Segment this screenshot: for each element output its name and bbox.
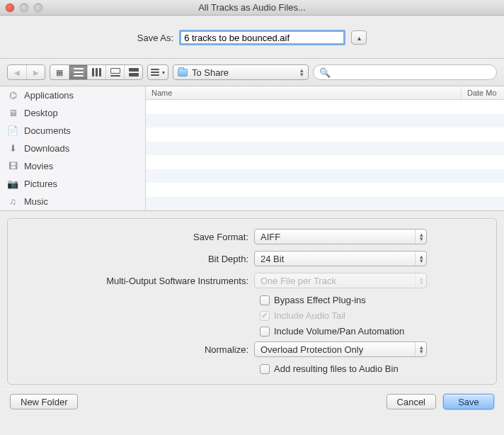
applications-icon: ⌬: [7, 91, 18, 101]
list-item: [146, 183, 504, 197]
icons-view-icon: [56, 68, 63, 77]
traffic-lights: [0, 4, 42, 12]
checkbox-bypass-fx[interactable]: Bypass Effect Plug-ins: [260, 295, 483, 305]
sidebar-item-documents[interactable]: 📄Documents: [0, 122, 145, 140]
location-label: To Share: [192, 67, 296, 78]
updown-icon: ▴▾: [415, 230, 423, 244]
save-as-label: Save As:: [137, 33, 173, 43]
search-icon: 🔍: [319, 67, 331, 78]
new-folder-button[interactable]: New Folder: [10, 394, 78, 409]
sidebar-item-desktop[interactable]: 🖥Desktop: [0, 104, 145, 122]
arrange-icon: [151, 69, 159, 76]
popup-multi-output-value: One File per Track: [260, 276, 415, 286]
nav-back-button[interactable]: [8, 65, 26, 79]
titlebar: All Tracks as Audio Files...: [0, 0, 504, 16]
row-bit-depth: Bit Depth: 24 Bit ▴▾: [21, 251, 483, 266]
save-as-row: Save As: ▴: [0, 16, 504, 59]
zoom-window-button: [34, 4, 42, 12]
location-popup[interactable]: To Share ▴▾: [173, 64, 309, 80]
list-item: [146, 128, 504, 142]
list-item: [146, 169, 504, 183]
popup-normalize[interactable]: Overload Protection Only ▴▾: [254, 341, 427, 357]
checkbox-label: Bypass Effect Plug-ins: [274, 295, 366, 305]
view-segmented: [50, 64, 143, 80]
list-item: [146, 142, 504, 156]
popup-save-format-value: AIFF: [260, 232, 415, 242]
search-field[interactable]: 🔍: [313, 64, 497, 80]
checkbox-include-volume-pan[interactable]: Include Volume/Pan Automation: [260, 326, 483, 337]
column-date-modified[interactable]: Date Mo: [462, 86, 504, 99]
popup-bit-depth[interactable]: 24 Bit ▴▾: [254, 251, 427, 266]
sidebar-item-downloads[interactable]: ⬇Downloads: [0, 140, 145, 157]
list-item: [146, 197, 504, 211]
minimize-window-button: [20, 4, 28, 12]
arrow-right-icon: [33, 68, 39, 77]
label-save-format: Save Format:: [21, 232, 254, 242]
arrow-left-icon: [14, 68, 20, 77]
search-input[interactable]: [334, 67, 491, 77]
sidebar: ⌬Applications🖥Desktop📄Documents⬇Download…: [0, 86, 146, 210]
options-panel: Save Format: AIFF ▴▾ Bit Depth: 24 Bit ▴…: [7, 218, 497, 385]
file-list: Name Date Mo: [146, 86, 504, 210]
popup-bit-depth-value: 24 Bit: [260, 254, 415, 264]
sidebar-item-pictures[interactable]: 📷Pictures: [0, 175, 145, 193]
sidebar-item-applications[interactable]: ⌬Applications: [0, 86, 145, 104]
checkbox-label: Include Audio Tail: [274, 310, 345, 321]
sidebar-item-label: Desktop: [24, 108, 58, 118]
documents-icon: 📄: [7, 126, 18, 136]
popup-save-format[interactable]: AIFF ▴▾: [254, 229, 427, 244]
sidebar-item-label: Downloads: [24, 143, 69, 154]
close-window-button[interactable]: [6, 4, 14, 12]
view-columns-button[interactable]: [87, 65, 105, 79]
disclosure-toggle-button[interactable]: ▴: [351, 30, 367, 45]
checkbox-box: [260, 327, 270, 337]
row-multi-output: Multi-Output Software Instruments: One F…: [21, 273, 483, 288]
folder-icon: [178, 69, 188, 77]
bottom-bar: New Folder Cancel Save: [0, 389, 504, 419]
sidebar-item-label: Documents: [24, 125, 71, 136]
nav-forward-button[interactable]: [26, 65, 45, 79]
columns-view-icon: [92, 68, 102, 77]
label-normalize: Normalize:: [21, 344, 254, 355]
checkbox-box: [260, 295, 270, 305]
chevron-down-icon: ▾: [162, 69, 165, 76]
updown-icon: ▴▾: [300, 68, 304, 77]
arrange-menu-button[interactable]: ▾: [147, 64, 168, 80]
updown-icon: ▴▾: [415, 273, 423, 288]
save-button[interactable]: Save: [443, 394, 494, 409]
file-list-header: Name Date Mo: [146, 86, 504, 100]
save-as-input[interactable]: [179, 30, 345, 45]
checkbox-label: Add resulting files to Audio Bin: [274, 363, 399, 374]
sidebar-item-label: Music: [24, 196, 48, 207]
updown-icon: ▴▾: [415, 252, 423, 266]
checkbox-add-to-bin[interactable]: Add resulting files to Audio Bin: [260, 363, 483, 374]
sidebar-item-music[interactable]: ♫Music: [0, 193, 145, 210]
file-browser: ⌬Applications🖥Desktop📄Documents⬇Download…: [0, 86, 504, 211]
label-bit-depth: Bit Depth:: [21, 254, 254, 264]
view-list-button[interactable]: [69, 65, 87, 79]
list-item: [146, 114, 504, 128]
sidebar-item-movies[interactable]: 🎞Movies: [0, 157, 145, 175]
cancel-button[interactable]: Cancel: [386, 394, 436, 409]
column-name[interactable]: Name: [146, 86, 462, 99]
checkbox-include-tail: Include Audio Tail: [260, 310, 483, 321]
popup-normalize-value: Overload Protection Only: [260, 344, 415, 355]
file-rows[interactable]: [146, 100, 504, 210]
sidebar-item-label: Movies: [24, 161, 53, 171]
list-item: [146, 100, 504, 114]
view-gallery-button[interactable]: [105, 65, 124, 79]
view-icons-button[interactable]: [50, 65, 69, 79]
desktop-icon: 🖥: [7, 108, 18, 118]
row-normalize: Normalize: Overload Protection Only ▴▾: [21, 341, 483, 357]
list-item: [146, 155, 504, 169]
downloads-icon: ⬇: [7, 144, 18, 154]
coverflow-view-icon: [129, 68, 139, 77]
pictures-icon: 📷: [7, 179, 18, 189]
nav-segmented: [7, 64, 45, 80]
row-save-format: Save Format: AIFF ▴▾: [21, 229, 483, 244]
popup-multi-output: One File per Track ▴▾: [254, 273, 427, 288]
checkbox-box: [260, 311, 270, 321]
checkbox-box: [260, 364, 270, 374]
checkbox-label: Include Volume/Pan Automation: [274, 326, 404, 337]
view-coverflow-button[interactable]: [124, 65, 142, 79]
